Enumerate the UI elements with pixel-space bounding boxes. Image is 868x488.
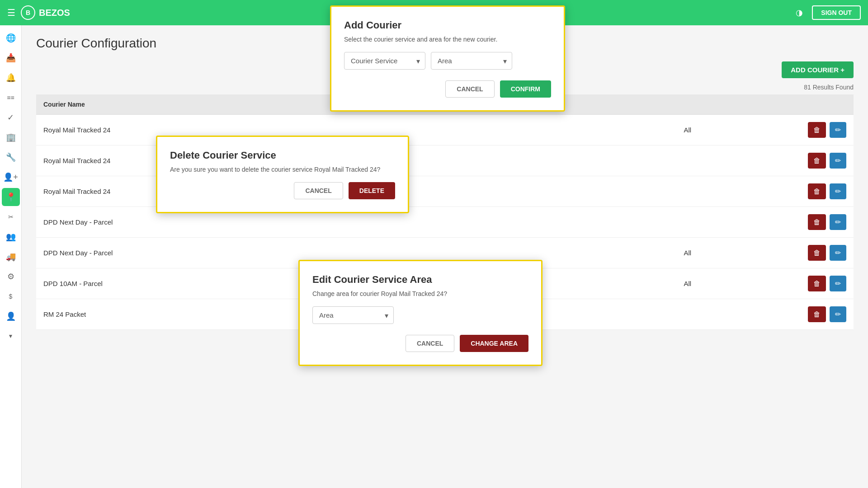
sidebar-item-down[interactable]: ▼ (2, 327, 20, 345)
add-courier-button[interactable]: ADD COURIER + (782, 61, 854, 78)
edit-courier-button[interactable]: ✏ (830, 245, 846, 261)
edit-courier-button[interactable]: ✏ (830, 153, 846, 169)
courier-actions-cell: 🗑✏ (763, 145, 854, 176)
sidebar-item-globe[interactable]: 🌐 (2, 29, 20, 47)
app-logo: B BEZOS (21, 5, 70, 20)
edit-area-select-wrapper[interactable]: Area (312, 306, 394, 324)
edit-area-change-button[interactable]: CHANGE AREA (460, 335, 528, 352)
delete-courier-button[interactable]: 🗑 (808, 276, 826, 291)
edit-courier-button[interactable]: ✏ (830, 183, 846, 199)
add-courier-cancel-button[interactable]: CANCEL (445, 80, 494, 98)
delete-courier-button[interactable]: 🗑 (808, 153, 826, 169)
sidebar-item-users[interactable]: 👥 (2, 228, 20, 246)
edit-courier-button[interactable]: ✏ (830, 306, 846, 322)
add-courier-modal-title: Add Courier (344, 19, 551, 31)
area-select[interactable]: Area (431, 52, 512, 70)
courier-service-select-wrapper[interactable]: Courier Service (344, 52, 425, 70)
sidebar-item-list[interactable]: ≡≡ (2, 89, 20, 107)
edit-area-select[interactable]: Area (312, 306, 394, 324)
courier-actions-cell: 🗑✏ (763, 299, 854, 330)
sign-out-button[interactable]: SIGN OUT (812, 5, 861, 20)
edit-courier-button[interactable]: ✏ (830, 214, 846, 230)
edit-courier-button[interactable]: ✏ (830, 122, 846, 138)
sidebar-item-check[interactable]: ✓ (2, 108, 20, 127)
sidebar-item-location[interactable]: 📍 (2, 188, 20, 206)
delete-courier-modal: Delete Courier Service Are you sure you … (156, 136, 409, 213)
sidebar-item-tools[interactable]: 🔧 (2, 148, 20, 166)
delete-courier-button[interactable]: 🗑 (808, 183, 826, 199)
courier-area-cell (612, 145, 763, 176)
area-select-wrapper[interactable]: Area (431, 52, 512, 70)
sidebar-item-truck[interactable]: 🚚 (2, 248, 20, 266)
sidebar-item-user-add[interactable]: 👤+ (2, 168, 20, 186)
sidebar-item-scissors[interactable]: ✂ (2, 208, 20, 226)
delete-modal-actions: CANCEL DELETE (170, 182, 395, 199)
courier-area-cell (612, 176, 763, 207)
edit-area-cancel-button[interactable]: CANCEL (406, 335, 454, 352)
delete-courier-button[interactable]: 🗑 (808, 214, 826, 230)
edit-area-modal-title: Edit Courier Service Area (312, 274, 528, 286)
courier-area-cell: All (612, 115, 763, 145)
courier-actions-cell: 🗑✏ (763, 268, 854, 299)
sidebar-item-profile[interactable]: 👤 (2, 307, 20, 325)
add-courier-selects: Courier Service Area (344, 52, 551, 70)
app-name: BEZOS (39, 8, 70, 18)
add-courier-confirm-button[interactable]: CONFIRM (500, 80, 551, 98)
courier-area-cell: All (612, 268, 763, 299)
sidebar-item-settings[interactable]: ⚙ (2, 267, 20, 286)
add-courier-modal: Add Courier Select the courier service a… (330, 5, 565, 112)
add-courier-modal-actions: CANCEL CONFIRM (344, 80, 551, 98)
edit-courier-button[interactable]: ✏ (830, 276, 846, 291)
logo-circle: B (21, 5, 35, 20)
delete-modal-title: Delete Courier Service (170, 150, 395, 161)
delete-courier-button[interactable]: 🗑 (808, 245, 826, 261)
delete-courier-button[interactable]: 🗑 (808, 306, 826, 322)
sidebar-item-building[interactable]: 🏢 (2, 128, 20, 146)
edit-area-modal: Edit Courier Service Area Change area fo… (298, 260, 542, 366)
sidebar-item-bell[interactable]: 🔔 (2, 69, 20, 87)
courier-service-select[interactable]: Courier Service (344, 52, 425, 70)
courier-actions-cell: 🗑✏ (763, 115, 854, 145)
add-courier-modal-subtitle: Select the courier service and area for … (344, 36, 551, 43)
courier-area-cell (612, 207, 763, 238)
delete-confirm-button[interactable]: DELETE (349, 182, 395, 199)
sidebar-item-inbox[interactable]: 📥 (2, 49, 20, 67)
courier-actions-cell: 🗑✏ (763, 207, 854, 238)
sidebar-item-dollar[interactable]: $ (2, 287, 20, 305)
edit-area-modal-actions: CANCEL CHANGE AREA (312, 335, 528, 352)
courier-area-cell: All (612, 238, 763, 268)
col-actions (763, 94, 854, 115)
courier-actions-cell: 🗑✏ (763, 176, 854, 207)
edit-area-modal-message: Change area for courier Royal Mail Track… (312, 290, 528, 297)
courier-actions-cell: 🗑✏ (763, 238, 854, 268)
delete-courier-button[interactable]: 🗑 (808, 122, 826, 138)
delete-modal-message: Are you sure you want to delete the cour… (170, 166, 395, 173)
col-area (612, 94, 763, 115)
sidebar: 🌐 📥 🔔 ≡≡ ✓ 🏢 🔧 👤+ 📍 ✂ 👥 🚚 ⚙ $ 👤 ▼ (0, 25, 22, 488)
courier-area-cell (612, 299, 763, 330)
nav-icon-button[interactable]: ◑ (792, 6, 807, 19)
delete-cancel-button[interactable]: CANCEL (294, 182, 343, 199)
hamburger-icon[interactable]: ☰ (7, 7, 15, 18)
